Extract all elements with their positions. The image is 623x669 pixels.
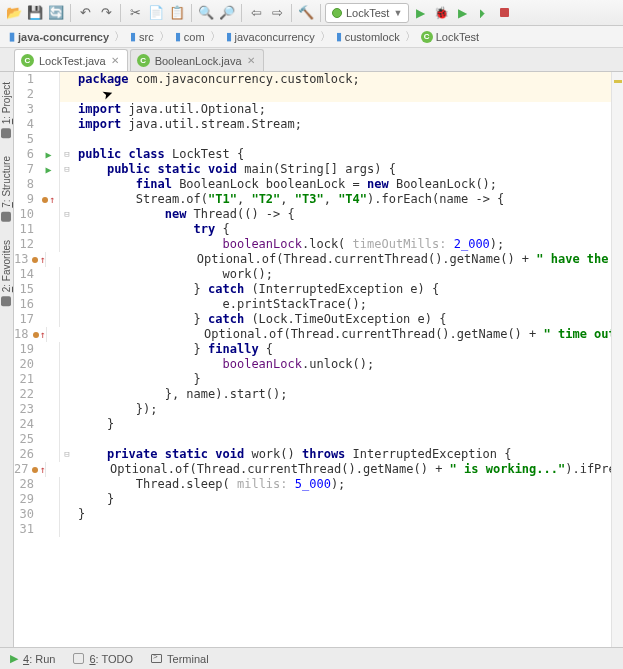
line-number[interactable]: 23 — [14, 402, 38, 417]
gutter-icon[interactable] — [38, 432, 60, 447]
line-number[interactable]: 5 — [14, 132, 38, 147]
code-text[interactable]: } catch (Lock.TimeOutException e) { — [74, 312, 623, 327]
code-text[interactable]: Optional.of(Thread.currentThread().getNa… — [48, 252, 623, 267]
line-number[interactable]: 22 — [14, 387, 38, 402]
code-line-18[interactable]: 18↑ Optional.of(Thread.currentThread().g… — [14, 327, 623, 342]
code-line-28[interactable]: 28 Thread.sleep( millis: 5_000); — [14, 477, 623, 492]
code-line-23[interactable]: 23 }); — [14, 402, 623, 417]
fold-handle[interactable] — [60, 192, 74, 207]
gutter-icon[interactable] — [38, 477, 60, 492]
right-error-stripe[interactable] — [611, 72, 623, 647]
line-number[interactable]: 16 — [14, 297, 38, 312]
code-line-7[interactable]: 7▶⊟ public static void main(String[] arg… — [14, 162, 623, 177]
impl-gutter-icon[interactable]: ↑ — [42, 192, 55, 207]
code-line-29[interactable]: 29 } — [14, 492, 623, 507]
line-number[interactable]: 24 — [14, 417, 38, 432]
impl-gutter-icon[interactable]: ↑ — [32, 462, 45, 477]
line-number[interactable]: 25 — [14, 432, 38, 447]
code-text[interactable]: } — [74, 417, 623, 432]
fold-handle[interactable] — [60, 402, 74, 417]
warning-marker[interactable] — [614, 80, 622, 83]
breadcrumb-src[interactable]: ▮src — [127, 30, 157, 43]
breadcrumb-com[interactable]: ▮com — [172, 30, 208, 43]
code-text[interactable]: work(); — [74, 267, 623, 282]
fold-handle[interactable] — [60, 267, 74, 282]
fold-handle[interactable] — [60, 387, 74, 402]
fold-handle[interactable] — [60, 237, 74, 252]
code-text[interactable]: public class LockTest { — [74, 147, 623, 162]
line-number[interactable]: 12 — [14, 237, 38, 252]
breadcrumb-java-concurrency[interactable]: ▮java-concurrency — [6, 30, 112, 43]
run-gutter-icon[interactable]: ▶ — [45, 162, 51, 177]
copy-icon[interactable]: 📄 — [146, 3, 166, 23]
code-line-4[interactable]: 4import java.util.stream.Stream; — [14, 117, 623, 132]
gutter-icon[interactable]: ↑ — [32, 327, 46, 342]
gutter-icon[interactable] — [38, 72, 60, 87]
run-config-combo[interactable]: LockTest▼ — [325, 3, 409, 23]
fold-handle[interactable] — [60, 372, 74, 387]
code-text[interactable]: final BooleanLock booleanLock = new Bool… — [74, 177, 623, 192]
fold-handle[interactable] — [47, 327, 56, 342]
code-text[interactable]: } — [74, 507, 623, 522]
tool-window-favorites[interactable]: 2: Favorites — [1, 236, 12, 310]
line-number[interactable]: 17 — [14, 312, 38, 327]
build-icon[interactable]: 🔨 — [296, 3, 316, 23]
code-line-25[interactable]: 25 — [14, 432, 623, 447]
code-line-19[interactable]: 19 } finally { — [14, 342, 623, 357]
coverage-button[interactable]: ▶ — [452, 3, 472, 23]
code-text[interactable]: booleanLock.lock( timeOutMills: 2_000); — [74, 237, 623, 252]
line-number[interactable]: 27 — [14, 462, 32, 477]
code-line-11[interactable]: 11 try { — [14, 222, 623, 237]
fold-handle[interactable] — [60, 222, 74, 237]
fold-handle[interactable] — [60, 132, 74, 147]
fold-handle[interactable] — [60, 342, 74, 357]
gutter-icon[interactable] — [38, 282, 60, 297]
code-text[interactable]: package com.javaconcurrency.customlock; — [74, 72, 623, 87]
line-number[interactable]: 15 — [14, 282, 38, 297]
line-number[interactable]: 28 — [14, 477, 38, 492]
code-text[interactable]: Stream.of("T1", "T2", "T3", "T4").forEac… — [74, 192, 623, 207]
close-icon[interactable]: ✕ — [111, 55, 119, 66]
line-number[interactable]: 7 — [14, 162, 38, 177]
line-number[interactable]: 9 — [14, 192, 38, 207]
code-text[interactable]: try { — [74, 222, 623, 237]
run-gutter-icon[interactable]: ▶ — [45, 147, 51, 162]
run-button[interactable]: ▶ — [410, 3, 430, 23]
code-line-6[interactable]: 6▶⊟public class LockTest { — [14, 147, 623, 162]
line-number[interactable]: 2 — [14, 87, 38, 102]
code-line-26[interactable]: 26⊟ private static void work() throws In… — [14, 447, 623, 462]
code-line-2[interactable]: 2 — [14, 87, 623, 102]
code-text[interactable]: private static void work() throws Interr… — [74, 447, 623, 462]
code-line-14[interactable]: 14 work(); — [14, 267, 623, 282]
breadcrumb-javaconcurrency[interactable]: ▮javaconcurrency — [223, 30, 318, 43]
refresh-icon[interactable]: 🔄 — [46, 3, 66, 23]
code-line-9[interactable]: 9↑ Stream.of("T1", "T2", "T3", "T4").for… — [14, 192, 623, 207]
gutter-icon[interactable] — [38, 222, 60, 237]
line-number[interactable]: 1 — [14, 72, 38, 87]
tool-window-structure[interactable]: 7: Structure — [1, 152, 12, 226]
code-text[interactable]: e.printStackTrace(); — [74, 297, 623, 312]
code-line-5[interactable]: 5 — [14, 132, 623, 147]
line-number[interactable]: 31 — [14, 522, 38, 537]
line-number[interactable]: 18 — [14, 327, 32, 342]
line-number[interactable]: 19 — [14, 342, 38, 357]
code-line-16[interactable]: 16 e.printStackTrace(); — [14, 297, 623, 312]
bottom-tool-terminal[interactable]: Terminal — [151, 653, 209, 665]
line-number[interactable]: 14 — [14, 267, 38, 282]
paste-icon[interactable]: 📋 — [167, 3, 187, 23]
code-line-12[interactable]: 12 booleanLock.lock( timeOutMills: 2_000… — [14, 237, 623, 252]
fold-handle[interactable]: ⊟ — [60, 162, 74, 177]
back-icon[interactable]: ⇦ — [246, 3, 266, 23]
line-number[interactable]: 29 — [14, 492, 38, 507]
fold-handle[interactable] — [60, 357, 74, 372]
line-number[interactable]: 3 — [14, 102, 38, 117]
code-text[interactable]: public static void main(String[] args) { — [74, 162, 623, 177]
code-line-8[interactable]: 8 final BooleanLock booleanLock = new Bo… — [14, 177, 623, 192]
code-text[interactable]: } catch (InterruptedException e) { — [74, 282, 623, 297]
fold-handle[interactable] — [60, 492, 74, 507]
open-icon[interactable]: 📂 — [4, 3, 24, 23]
gutter-icon[interactable] — [38, 417, 60, 432]
gutter-icon[interactable]: ↑ — [32, 462, 46, 477]
code-text[interactable]: } — [74, 492, 623, 507]
line-number[interactable]: 6 — [14, 147, 38, 162]
